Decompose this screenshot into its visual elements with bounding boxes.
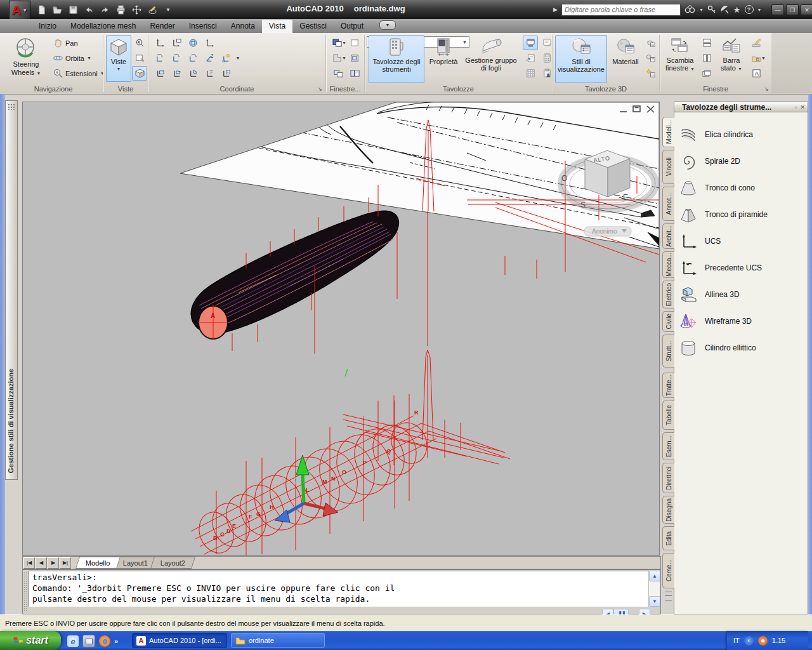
hide-icons-chevron[interactable]: ‹ — [744, 636, 754, 646]
lights-button[interactable] — [643, 66, 658, 81]
scroll-up-button[interactable]: ▲ — [649, 571, 660, 581]
zoom-previous-button[interactable] — [132, 36, 147, 50]
palette-tab-cemento[interactable]: Ceme... — [662, 553, 674, 588]
language-indicator[interactable]: IT — [733, 637, 740, 644]
compass-west-label[interactable]: O — [561, 174, 567, 183]
sheet-set-manager-button[interactable]: Gestione gruppo di fogli — [462, 35, 520, 83]
new-file-button[interactable] — [34, 3, 48, 16]
tile-vertical-button[interactable] — [699, 51, 714, 65]
view-cube-button[interactable] — [132, 66, 147, 81]
maximize-button[interactable]: ❐ — [786, 4, 799, 15]
panel-label-navigazione[interactable]: Navigazione — [5, 85, 102, 93]
named-views-button[interactable] — [132, 51, 147, 65]
binoculars-icon[interactable] — [684, 5, 695, 14]
next-tab-button[interactable]: ▶ — [48, 557, 59, 569]
drawing-canvas[interactable]: A — [22, 102, 660, 556]
plot-button[interactable] — [114, 3, 128, 16]
palette-tab-tratteggi[interactable]: Tratte... — [662, 373, 674, 398]
rotate-x-button[interactable] — [152, 51, 167, 65]
chevron-down-icon[interactable]: ▼ — [699, 8, 704, 12]
chevron-down-icon[interactable]: ▼ — [757, 8, 762, 12]
orbita-button[interactable]: Orbita ▼ — [53, 53, 91, 63]
status-bar-button[interactable]: Barra stato ▼ — [716, 35, 747, 83]
tab-output[interactable]: Output — [334, 20, 370, 33]
application-menu-button[interactable]: A▼ — [9, 1, 30, 20]
ucs-face-button[interactable] — [169, 66, 184, 81]
external-refs-button[interactable] — [523, 51, 538, 65]
palette-properties-icon[interactable]: ▫ — [795, 104, 797, 110]
advanced-render-button[interactable] — [643, 51, 658, 65]
tab-inizio[interactable]: Inizio — [32, 20, 63, 33]
close-button[interactable]: ✕ — [801, 4, 812, 15]
grip-handle[interactable] — [8, 103, 15, 110]
save-button[interactable] — [66, 3, 80, 16]
panel-label-tavolozze-3d[interactable]: Tavolozze 3D — [553, 85, 658, 93]
ucs-view-button[interactable] — [218, 66, 233, 81]
panel-label-tavolozze[interactable]: Tavolozze — [365, 85, 551, 93]
named-viewport-button[interactable] — [347, 51, 362, 65]
command-history[interactable]: trasVersali>: Comando: '_3dorbit Premere… — [29, 571, 650, 607]
rotate-y-button[interactable] — [169, 51, 184, 65]
visual-styles-manager-collapsed-bar[interactable]: Gestione stili di visualizzazione — [5, 100, 18, 480]
panel-label-viste[interactable]: Viste — [104, 85, 147, 93]
scroll-down-button[interactable]: ▼ — [649, 596, 660, 607]
palette-tab-esempi[interactable]: Esem... — [662, 432, 674, 460]
toolbar-dropdown-button[interactable]: ▼ — [161, 3, 175, 16]
pan-tool-button[interactable] — [129, 3, 143, 16]
new-viewport-button[interactable] — [347, 36, 362, 50]
ribbon-minimize-button[interactable]: ▼ — [379, 20, 396, 30]
ucs-origin-button[interactable] — [152, 66, 167, 81]
first-tab-button[interactable]: |◀ — [23, 557, 35, 569]
search-input[interactable] — [561, 4, 681, 16]
palette-tab-civile[interactable]: Civile — [662, 311, 674, 332]
compass-south-label[interactable]: S — [580, 201, 586, 209]
taskbar-item-ordinate-folder[interactable]: ordinate — [231, 633, 325, 648]
last-tab-button[interactable]: ▶| — [60, 557, 71, 569]
text-window-button[interactable]: A — [749, 66, 764, 81]
tool-palette-titlebar[interactable]: Tavolozze degli strume... ▫✕ — [674, 102, 808, 112]
ucs-apply-button[interactable] — [218, 51, 233, 65]
ucs-world-button[interactable] — [152, 36, 167, 50]
palette-tab-disegna[interactable]: Disegna — [662, 496, 674, 524]
palette-tab-meccanica[interactable]: Mecca... — [662, 251, 674, 278]
tray-app-icon[interactable] — [758, 636, 768, 646]
dialog-launcher-icon[interactable]: ↘ — [764, 86, 769, 92]
tab-modellazione-mesh[interactable]: Modellazione mesh — [63, 20, 143, 33]
steering-wheels-button[interactable]: Steering Wheels ▼ — [5, 60, 47, 77]
tile-horizontal-button[interactable] — [699, 36, 714, 50]
redo-button[interactable] — [98, 3, 112, 16]
start-button[interactable]: start — [0, 631, 61, 650]
minimize-button[interactable]: — — [771, 4, 784, 15]
command-window-grip[interactable] — [23, 571, 28, 612]
palette-tab-edita[interactable]: Edita — [662, 526, 674, 550]
palette-tab-strutturale[interactable]: Strutt... — [662, 335, 674, 368]
cascade-button[interactable] — [699, 66, 714, 81]
dbconnect-button[interactable] — [523, 66, 538, 81]
viewport-restore-button[interactable] — [331, 66, 346, 81]
panel-label-finestre-mini[interactable]: Finestre... — [327, 85, 363, 93]
estensioni-button[interactable]: Estensioni ▼ — [53, 69, 105, 78]
pan-button[interactable]: Pan — [53, 38, 78, 48]
ucs-z-axis-button[interactable] — [202, 51, 217, 65]
internet-explorer-icon[interactable]: e — [67, 635, 79, 647]
ucs-3d-button[interactable] — [185, 66, 200, 81]
key-icon[interactable] — [707, 5, 716, 14]
ucs-3point-button[interactable] — [202, 66, 217, 81]
ucs-world-globe-button[interactable] — [185, 36, 200, 50]
palette-item-tronco-di-cono[interactable]: Tronco di cono — [679, 176, 800, 200]
tab-layout2[interactable]: Layout2 — [150, 557, 195, 569]
palette-window-button[interactable] — [523, 36, 538, 50]
palette-tab-modellazione[interactable]: Modell... — [662, 117, 674, 147]
visual-styles-button[interactable]: Stili di visualizzazione — [555, 35, 607, 83]
named-view-control[interactable]: Anonimo — [584, 227, 631, 236]
tab-inserisci[interactable]: Inserisci — [182, 20, 224, 33]
drawing-status-button[interactable] — [749, 36, 764, 50]
palette-item-allinea-3d[interactable]: Allinea 3D — [679, 282, 800, 307]
show-desktop-icon[interactable] — [82, 635, 95, 647]
palette-tabs-overflow-grip[interactable] — [665, 592, 672, 600]
ucs-named-button[interactable] — [169, 36, 184, 50]
clock[interactable]: 1.15 — [772, 637, 785, 644]
favorites-star-icon[interactable]: ★ — [733, 5, 741, 15]
tab-vista[interactable]: Vista — [262, 20, 292, 33]
communication-center-icon[interactable] — [720, 5, 730, 14]
